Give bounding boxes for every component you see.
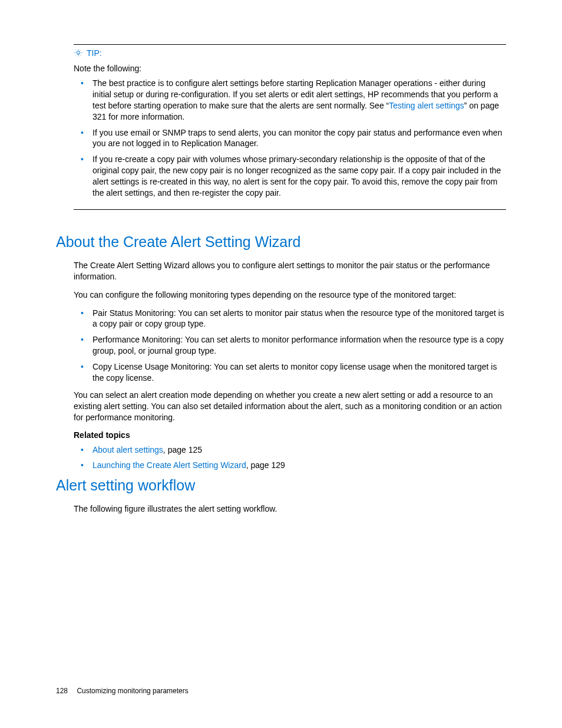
link-about-alert-settings[interactable]: About alert settings bbox=[92, 445, 163, 454]
page-footer: 128 Customizing monitoring parameters bbox=[56, 687, 189, 695]
list-text-pre: If you re-create a copy pair with volume… bbox=[92, 154, 501, 197]
tip-bullet-list: The best practice is to configure alert … bbox=[74, 78, 506, 199]
related-topics-list: About alert settings, page 125 Launching… bbox=[74, 444, 506, 472]
paragraph: You can configure the following monitori… bbox=[74, 289, 506, 301]
tip-block: TIP: bbox=[74, 44, 506, 58]
link-suffix: , page 129 bbox=[246, 460, 285, 470]
link-testing-alert-settings[interactable]: Testing alert settings bbox=[389, 101, 464, 110]
tip-label: TIP: bbox=[87, 48, 102, 58]
svg-line-7 bbox=[75, 55, 76, 55]
link-launching-wizard[interactable]: Launching the Create Alert Setting Wizar… bbox=[92, 460, 246, 470]
list-item: The best practice is to configure alert … bbox=[91, 78, 506, 123]
list-item: About alert settings, page 125 bbox=[91, 444, 506, 456]
tip-note: Note the following: bbox=[74, 64, 506, 73]
paragraph: You can select an alert creation mode de… bbox=[74, 390, 506, 423]
paragraph: The following figure illustrates the ale… bbox=[74, 503, 506, 515]
page-number: 128 bbox=[56, 687, 68, 695]
divider bbox=[74, 209, 506, 210]
paragraph: The Create Alert Setting Wizard allows y… bbox=[74, 260, 506, 282]
svg-line-5 bbox=[75, 50, 76, 51]
link-suffix: , page 125 bbox=[163, 445, 202, 454]
lightbulb-icon bbox=[74, 48, 83, 58]
list-item: If you use email or SNMP traps to send a… bbox=[91, 127, 506, 150]
footer-title: Customizing monitoring parameters bbox=[77, 687, 188, 695]
list-item: Launching the Create Alert Setting Wizar… bbox=[91, 460, 506, 471]
list-item: Pair Status Monitoring: You can set aler… bbox=[91, 308, 506, 330]
list-text-pre: If you use email or SNMP traps to send a… bbox=[92, 128, 502, 149]
related-topics-heading: Related topics bbox=[74, 430, 506, 440]
document-page: TIP: Note the following: The best practi… bbox=[0, 0, 562, 728]
monitoring-types-list: Pair Status Monitoring: You can set aler… bbox=[74, 308, 506, 384]
heading-alert-workflow: Alert setting workflow bbox=[56, 477, 506, 494]
list-item: Copy License Usage Monitoring: You can s… bbox=[91, 361, 506, 384]
svg-line-8 bbox=[81, 55, 81, 55]
list-item: Performance Monitoring: You can set aler… bbox=[91, 334, 506, 357]
svg-point-0 bbox=[77, 51, 80, 54]
tip-header: TIP: bbox=[74, 48, 506, 58]
list-item: If you re-create a copy pair with volume… bbox=[91, 154, 506, 199]
svg-line-6 bbox=[81, 50, 81, 51]
heading-about-wizard: About the Create Alert Setting Wizard bbox=[56, 233, 506, 251]
